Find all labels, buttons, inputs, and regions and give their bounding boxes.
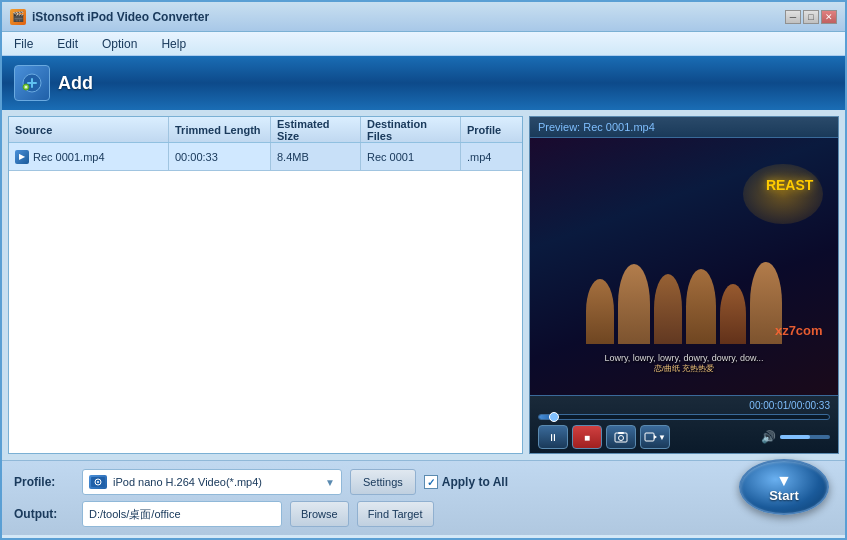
figure-5	[720, 284, 746, 344]
volume-fill	[780, 435, 810, 439]
svg-point-7	[619, 436, 624, 441]
figure-4	[686, 269, 716, 344]
cell-destination: Rec 0001	[361, 143, 461, 170]
svg-rect-5	[25, 87, 28, 88]
cell-profile: .mp4	[461, 143, 522, 170]
output-value: D:/tools/桌面/office	[89, 507, 181, 522]
file-list-header: Source Trimmed Length Estimated Size Des…	[9, 117, 522, 143]
preview-label: Preview:	[538, 121, 580, 133]
app-icon: 🎬	[10, 9, 26, 25]
add-icon	[14, 65, 50, 101]
file-list-panel: Source Trimmed Length Estimated Size Des…	[8, 116, 523, 454]
video-subtitle: Lowry, lowry, lowry, dowry, dowry, dow..…	[530, 353, 838, 374]
svg-point-13	[97, 481, 99, 483]
profile-label: Profile:	[14, 475, 74, 489]
source-filename: Rec 0001.mp4	[33, 151, 105, 163]
close-button[interactable]: ✕	[821, 10, 837, 24]
start-label: Start	[769, 489, 799, 502]
preview-filename: Rec 0001.mp4	[583, 121, 655, 133]
progress-bar[interactable]	[538, 414, 830, 420]
figure-3	[654, 274, 682, 344]
apply-all-label: Apply to All	[442, 475, 508, 489]
col-header-dest: Destination Files	[361, 117, 461, 142]
control-buttons: ⏸ ■ ▼	[538, 425, 830, 449]
svg-rect-8	[618, 432, 624, 434]
figure-1	[586, 279, 614, 344]
profile-icon	[89, 475, 107, 489]
output-label: Output:	[14, 507, 74, 521]
subtitle-line2: 恋/曲纸 充热热爱	[530, 363, 838, 374]
add-label: Add	[58, 73, 93, 94]
time-display: 00:00:01/00:00:33	[538, 400, 830, 411]
cell-source: ▶ Rec 0001.mp4	[9, 143, 169, 170]
profile-row: Profile: iPod nano H.264 Video(*.mp4) ▼ …	[14, 469, 833, 495]
main-content: Source Trimmed Length Estimated Size Des…	[2, 110, 845, 460]
progress-thumb	[549, 412, 559, 422]
cell-trimmed: 00:00:33	[169, 143, 271, 170]
video-figures	[530, 164, 838, 344]
bottom-section: Profile: iPod nano H.264 Video(*.mp4) ▼ …	[2, 460, 845, 535]
svg-rect-2	[27, 82, 37, 84]
menu-file[interactable]: File	[10, 35, 37, 53]
find-target-button[interactable]: Find Target	[357, 501, 434, 527]
start-arrow-icon: ▼	[776, 473, 792, 489]
volume-slider[interactable]	[780, 435, 830, 439]
dropdown-arrow-icon: ▼	[325, 477, 335, 488]
add-button[interactable]: Add	[14, 65, 93, 101]
volume-control: 🔊	[761, 430, 830, 444]
col-header-profile: Profile	[461, 117, 522, 142]
svg-rect-9	[645, 433, 654, 441]
col-header-source: Source	[9, 117, 169, 142]
menu-help[interactable]: Help	[157, 35, 190, 53]
cell-estimated: 8.4MB	[271, 143, 361, 170]
title-bar-left: 🎬 iStonsoft iPod Video Converter	[10, 9, 209, 25]
title-controls: ─ □ ✕	[785, 10, 837, 24]
figure-2	[618, 264, 650, 344]
output-path[interactable]: D:/tools/桌面/office	[82, 501, 282, 527]
settings-video-button[interactable]: ▼	[640, 425, 670, 449]
menu-bar: File Edit Option Help	[2, 32, 845, 56]
profile-select[interactable]: iPod nano H.264 Video(*.mp4) ▼	[82, 469, 342, 495]
toolbar: Add	[2, 56, 845, 110]
output-row: Output: D:/tools/桌面/office Browse Find T…	[14, 501, 833, 527]
pause-button[interactable]: ⏸	[538, 425, 568, 449]
restore-button[interactable]: □	[803, 10, 819, 24]
svg-marker-10	[654, 435, 657, 439]
browse-button[interactable]: Browse	[290, 501, 349, 527]
preview-panel: Preview: Rec 0001.mp4 REAST xz7com Lowry…	[529, 116, 839, 454]
playback-controls: ⏸ ■ ▼	[538, 425, 670, 449]
menu-option[interactable]: Option	[98, 35, 141, 53]
preview-video: REAST xz7com Lowry, lowry, lowry, dowry,…	[530, 138, 838, 395]
settings-button[interactable]: Settings	[350, 469, 416, 495]
minimize-button[interactable]: ─	[785, 10, 801, 24]
table-row[interactable]: ▶ Rec 0001.mp4 00:00:33 8.4MB Rec 0001 .…	[9, 143, 522, 171]
apply-all-checkbox[interactable]: ✓	[424, 475, 438, 489]
preview-controls: 00:00:01/00:00:33 ⏸ ■	[530, 395, 838, 453]
profile-value: iPod nano H.264 Video(*.mp4)	[113, 476, 319, 488]
stop-button[interactable]: ■	[572, 425, 602, 449]
preview-header: Preview: Rec 0001.mp4	[530, 117, 838, 138]
window-title: iStonsoft iPod Video Converter	[32, 10, 209, 24]
menu-edit[interactable]: Edit	[53, 35, 82, 53]
video-scene: REAST xz7com Lowry, lowry, lowry, dowry,…	[530, 138, 838, 395]
title-bar: 🎬 iStonsoft iPod Video Converter ─ □ ✕	[2, 2, 845, 32]
file-icon: ▶	[15, 150, 29, 164]
col-header-estimated: Estimated Size	[271, 117, 361, 142]
col-header-trimmed: Trimmed Length	[169, 117, 271, 142]
subtitle-line1: Lowry, lowry, lowry, dowry, dowry, dow..…	[530, 353, 838, 363]
file-list-body: ▶ Rec 0001.mp4 00:00:33 8.4MB Rec 0001 .…	[9, 143, 522, 453]
video-watermark: xz7com	[775, 323, 823, 338]
apply-all: ✓ Apply to All	[424, 475, 508, 489]
screenshot-button[interactable]	[606, 425, 636, 449]
volume-icon: 🔊	[761, 430, 776, 444]
start-button[interactable]: ▼ Start	[739, 459, 829, 515]
